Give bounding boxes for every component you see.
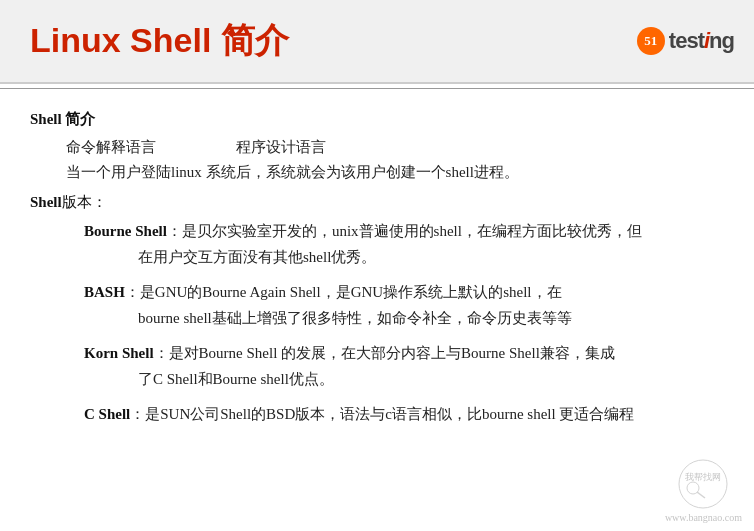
page-title: Linux Shell 简介	[30, 18, 289, 64]
section1-desc: 当一个用户登陆linux 系统后，系统就会为该用户创建一个shell进程。	[66, 160, 724, 186]
svg-point-0	[679, 460, 727, 508]
watermark: 我帮找网 www.bangnao.com	[665, 458, 742, 523]
main-content: Shell 简介 命令解释语言 程序设计语言 当一个用户登陆linux 系统后，…	[0, 95, 754, 448]
col2-label: 程序设计语言	[236, 135, 326, 161]
bourne-shell-colon: ：	[167, 223, 182, 239]
logo-area: 51 testing	[637, 27, 734, 55]
page-container: Linux Shell 简介 51 testing Shell 简介 命令解释语…	[0, 0, 754, 448]
col1-label: 命令解释语言	[66, 135, 156, 161]
cshell-name: C Shell	[84, 406, 130, 422]
bourne-shell-name: Bourne Shell	[84, 223, 167, 239]
header: Linux Shell 简介 51 testing	[0, 0, 754, 84]
bash-name: BASH	[84, 284, 125, 300]
watermark-url: www.bangnao.com	[665, 512, 742, 523]
korn-shell-colon: ：	[154, 345, 169, 361]
bash-desc: 是GNU的Bourne Again Shell，是GNU操作系统上默认的shel…	[140, 284, 562, 300]
bourne-shell-desc2: 在用户交互方面没有其他shell优秀。	[138, 245, 724, 271]
shell-entry-cshell: C Shell：是SUN公司Shell的BSD版本，语法与c语言相似，比bour…	[84, 402, 724, 428]
bourne-shell-desc: 是贝尔实验室开发的，unix普遍使用的shell，在编程方面比较优秀，但	[182, 223, 642, 239]
svg-line-3	[697, 492, 705, 498]
korn-shell-desc2: 了C Shell和Bourne shell优点。	[138, 367, 724, 393]
bash-desc2: bourne shell基础上增强了很多特性，如命令补全，命令历史表等等	[138, 306, 724, 332]
section2-title-rest: 版本：	[62, 194, 107, 210]
cshell-desc: 是SUN公司Shell的BSD版本，语法与c语言相似，比bourne shell…	[145, 406, 634, 422]
columns-row: 命令解释语言 程序设计语言	[66, 135, 724, 161]
logo-circle: 51	[637, 27, 665, 55]
korn-shell-name: Korn Shell	[84, 345, 154, 361]
watermark-icon: 我帮找网	[677, 458, 729, 510]
shell-entry-korn: Korn Shell：是对Bourne Shell 的发展，在大部分内容上与Bo…	[84, 341, 724, 392]
header-divider	[0, 88, 754, 89]
shell-entry-bourne: Bourne Shell：是贝尔实验室开发的，unix普遍使用的shell，在编…	[84, 219, 724, 270]
shell-entry-bash: BASH：是GNU的Bourne Again Shell，是GNU操作系统上默认…	[84, 280, 724, 331]
section2-title: Shell版本：	[30, 190, 724, 216]
section2-title-bold: Shell	[30, 194, 62, 210]
svg-text:我帮找网: 我帮找网	[685, 472, 721, 482]
section1-title: Shell 简介	[30, 107, 724, 133]
logo-text: testing	[669, 28, 734, 54]
cshell-colon: ：	[130, 406, 145, 422]
korn-shell-desc: 是对Bourne Shell 的发展，在大部分内容上与Bourne Shell兼…	[169, 345, 615, 361]
bash-colon: ：	[125, 284, 140, 300]
